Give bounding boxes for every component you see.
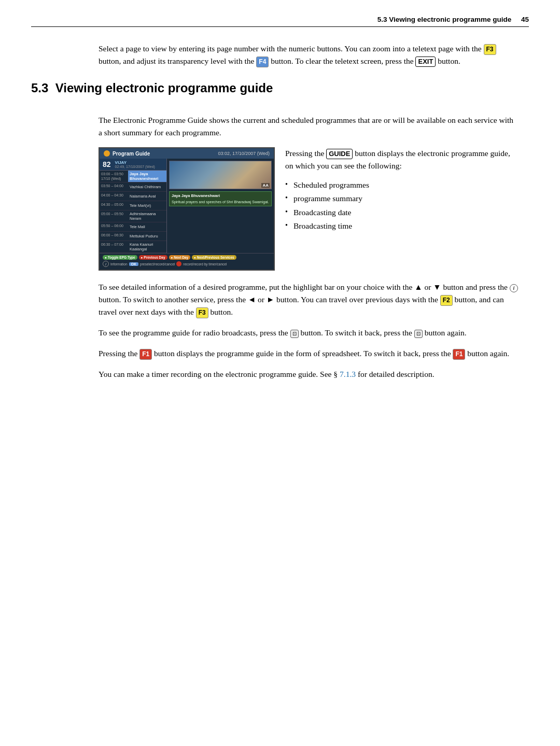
para3: To see the programme guide for radio bro…: [99, 327, 519, 339]
section-heading: 5.3 Viewing electronic programme guide: [31, 81, 273, 95]
epg-slot-5: 05:50 – 06:00 Tele Mall: [100, 222, 166, 232]
epg-title: Program Guide: [113, 151, 150, 157]
epg-desc-box: Jaya Jaya Bhuvaneshwari Spiritual prayer…: [169, 191, 272, 206]
epg-channel-header: 82 VIJAY 02:49, 17/10/2007 (Wed): [100, 159, 166, 171]
exit-key: EXIT: [415, 57, 436, 67]
btn-prev-day: ● Previous Day: [139, 255, 167, 260]
epg-icon: [104, 150, 110, 157]
info-icon-epg: i: [103, 261, 109, 267]
header-section-title: 5.3 Viewing electronic programme guide: [377, 16, 512, 23]
f3-key-intro: F3: [484, 44, 496, 55]
header-text: 5.3 Viewing electronic programme guide 4…: [377, 16, 529, 23]
epg-slot-6: 06:00 – 06:30 Mettukal Puduru: [100, 232, 166, 241]
epg-slot-4: 05:00 – 05:50 Adhirstamaana Neram: [100, 210, 166, 222]
guide-key: GUIDE: [326, 149, 353, 159]
epg-desc-title: Jaya Jaya Bhuvaneshwari: [172, 193, 269, 199]
epg-thumbnail: AA: [169, 161, 272, 189]
epg-channel-num: 82: [103, 160, 111, 168]
radio-icon-1: ⊡: [290, 330, 299, 338]
epg-intro-text: The Electronic Programme Guide shows the…: [99, 114, 519, 139]
bullet-list: Scheduled programmes programme summary B…: [285, 178, 519, 233]
epg-main: 82 VIJAY 02:49, 17/10/2007 (Wed) 03:00 –…: [100, 159, 274, 253]
list-item-scheduled: Scheduled programmes: [285, 178, 519, 192]
list-item-time: Broadcasting time: [285, 219, 519, 233]
btn-next-prev-services: ● Next/Previous Services: [192, 255, 236, 260]
epg-channel-date: 02:49, 17/10/2007 (Wed): [115, 165, 155, 168]
para5: You can make a timer recording on the el…: [99, 368, 519, 381]
f2-key: F2: [440, 295, 453, 306]
epg-slot-2: 04:00 – 04:30 Nalamaria Aval: [100, 192, 166, 201]
epg-channel-name: VIJAY: [115, 160, 155, 165]
epg-bottom-row-2: i Information OK preselect/record/cancel…: [103, 261, 271, 267]
page-header: 5.3 Viewing electronic programme guide 4…: [31, 16, 529, 27]
epg-bottom-row-1: ● Toggle EPG Type ● Previous Day ● Next …: [103, 255, 271, 260]
para2: To see detailed information of a desired…: [99, 281, 519, 318]
f4-key: F4: [256, 57, 269, 67]
epg-topbar: Program Guide 03:02, 17/10/2007 (Wed): [100, 148, 274, 159]
epg-slot-1: 03:50 – 04:00 Vazhkai Chithiram: [100, 182, 166, 192]
intro-paragraph: Select a page to view by entering its pa…: [99, 43, 519, 67]
f1-key-b: F1: [453, 349, 465, 360]
epg-desc-text: Spiritual prayers and speeches of Shri B…: [172, 200, 269, 204]
epg-datetime: 03:02, 17/10/2007 (Wed): [218, 151, 270, 156]
epg-slot-3: 04:30 – 05:00 Tele Mart(vi): [100, 201, 166, 210]
i-key: i: [510, 284, 518, 292]
epg-slot-7: 06:30 – 07:00 Kana Kaanuri Kaalangal: [100, 241, 166, 253]
section-link-713[interactable]: 7.1.3: [340, 370, 356, 378]
epg-topbar-left: Program Guide: [104, 150, 150, 157]
epg-left-col: 82 VIJAY 02:49, 17/10/2007 (Wed) 03:00 –…: [100, 159, 167, 253]
side-para: Pressing the GUIDE button displays the e…: [285, 147, 519, 172]
ok-btn-epg: OK: [129, 262, 139, 266]
list-item-date: Broadcasting date: [285, 206, 519, 219]
epg-bottombar: ● Toggle EPG Type ● Previous Day ● Next …: [100, 253, 274, 270]
section-heading-row: 5.3 Viewing electronic programme guide: [31, 76, 529, 106]
f3-key-para2: F3: [196, 307, 208, 318]
epg-right-col: AA Jaya Jaya Bhuvaneshwari Spiritual pra…: [167, 159, 274, 253]
btn-toggle: ● Toggle EPG Type: [103, 255, 137, 260]
epg-screenshot: Program Guide 03:02, 17/10/2007 (Wed) 82: [99, 147, 275, 271]
page-number: 45: [521, 16, 529, 23]
radio-icon-2: ⊡: [414, 330, 423, 338]
epg-screen: Program Guide 03:02, 17/10/2007 (Wed) 82: [99, 147, 275, 271]
figure-row: Program Guide 03:02, 17/10/2007 (Wed) 82: [99, 147, 519, 271]
epg-topbar-right: 03:02, 17/10/2007 (Wed): [218, 151, 270, 156]
f1-key: F1: [139, 349, 152, 360]
list-item-summary: programme summary: [285, 192, 519, 205]
btn-next-day: ● Next Day: [169, 255, 191, 260]
figure-side-text: Pressing the GUIDE button displays the e…: [285, 147, 519, 233]
page-container: 5.3 Viewing electronic programme guide 4…: [0, 0, 560, 420]
dot-red-epg: [176, 261, 181, 266]
epg-slot-0: 03:00 – 03:5017/10 (Wed) Jaya Jaya Bhuva…: [100, 171, 166, 182]
para4: Pressing the F1 button displays the prog…: [99, 347, 519, 360]
